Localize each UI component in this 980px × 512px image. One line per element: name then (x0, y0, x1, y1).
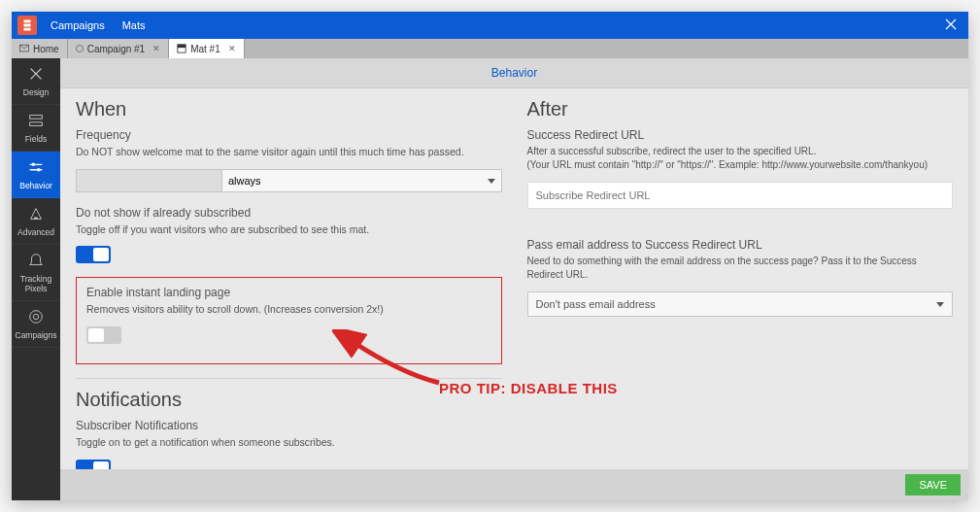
dot-icon (76, 45, 84, 52)
subscribed-toggle[interactable] (76, 246, 111, 263)
sidebar: Design Fields Behavior Advanced Tracking… (12, 58, 60, 500)
sidebar-item-label: Campaigns (16, 330, 57, 340)
notifications-title: Notifications (76, 389, 502, 411)
window-close-button[interactable] (939, 18, 963, 32)
mail-icon (19, 44, 29, 53)
campaigns-icon (27, 308, 45, 327)
behavior-icon (27, 158, 45, 178)
save-bar: SAVE (60, 469, 968, 500)
redirect-label: Success Redirect URL (527, 128, 954, 142)
tab-label: Home (33, 44, 59, 54)
notif-sub-label: Subscriber Notifications (76, 419, 502, 432)
sidebar-item-behavior[interactable]: Behavior (12, 152, 60, 198)
instant-landing-box: Enable instant landing page Removes visi… (76, 277, 502, 364)
pass-email-value: Don't pass email address (536, 298, 656, 310)
tab-home[interactable]: Home (12, 39, 68, 58)
instant-help: Removes visitors ability to scroll down.… (86, 302, 491, 317)
pass-help: Need to do something with the email addr… (527, 255, 954, 282)
pass-email-select[interactable]: Don't pass email address (527, 291, 954, 317)
tab-label: Campaign #1 (87, 44, 145, 54)
after-title: After (527, 98, 954, 120)
frequency-prefix[interactable] (76, 169, 221, 192)
sidebar-item-label: Fields (25, 134, 48, 144)
instant-label: Enable instant landing page (86, 286, 491, 299)
svg-rect-3 (30, 116, 43, 119)
svg-point-9 (33, 314, 38, 319)
redirect-help: After a successful subscribe, redirect t… (527, 145, 954, 172)
menu-mats[interactable]: Mats (122, 19, 146, 31)
tab-strip: Home Campaign #1 ✕ Mat #1 ✕ (12, 39, 968, 58)
when-title: When (76, 98, 502, 120)
app-logo (17, 16, 37, 35)
pass-label: Pass email address to Success Redirect U… (527, 238, 954, 252)
sidebar-item-campaigns[interactable]: Campaigns (12, 301, 60, 348)
tracking-icon (27, 252, 45, 271)
sidebar-item-design[interactable]: Design (12, 58, 60, 105)
subscribed-help: Toggle off if you want visitors who are … (76, 222, 502, 237)
svg-point-8 (30, 311, 43, 324)
sidebar-item-label: Tracking Pixels (12, 274, 60, 293)
svg-rect-7 (34, 218, 38, 220)
sidebar-item-label: Advanced (17, 227, 54, 237)
svg-rect-2 (178, 45, 186, 48)
sidebar-item-fields[interactable]: Fields (12, 105, 60, 152)
svg-point-5 (32, 163, 36, 167)
sidebar-item-label: Design (23, 87, 49, 97)
subscribed-label: Do not show if already subscribed (76, 206, 502, 220)
fields-icon (27, 112, 45, 131)
tab-mat[interactable]: Mat #1 ✕ (169, 39, 245, 58)
page-title: Behavior (60, 58, 968, 88)
menu-campaigns[interactable]: Campaigns (51, 19, 105, 31)
sidebar-item-label: Behavior (19, 181, 52, 190)
redirect-url-input[interactable] (527, 182, 954, 209)
sidebar-item-tracking[interactable]: Tracking Pixels (12, 245, 60, 301)
frequency-help: Do NOT show welcome mat to the same visi… (76, 145, 502, 159)
annotation-text: PRO TIP: DISABLE THIS (439, 380, 618, 396)
close-icon[interactable]: ✕ (152, 44, 160, 53)
title-bar: Campaigns Mats (12, 12, 968, 39)
frequency-label: Frequency (76, 128, 502, 142)
frequency-value: always (228, 175, 261, 187)
tab-campaign[interactable]: Campaign #1 ✕ (68, 39, 169, 58)
tab-label: Mat #1 (190, 44, 220, 54)
svg-point-6 (37, 168, 41, 172)
after-column: After Success Redirect URL After a succe… (527, 98, 954, 477)
frequency-select[interactable]: always (221, 169, 502, 192)
when-column: When Frequency Do NOT show welcome mat t… (76, 98, 502, 477)
notif-sub-help: Toggle on to get a notification when som… (76, 435, 502, 450)
advanced-icon (27, 205, 45, 224)
svg-rect-4 (30, 122, 43, 126)
design-icon (27, 65, 45, 85)
sidebar-item-advanced[interactable]: Advanced (12, 198, 60, 245)
close-icon[interactable]: ✕ (228, 44, 236, 53)
save-button[interactable]: SAVE (905, 474, 961, 495)
instant-toggle[interactable] (86, 326, 121, 344)
mat-icon (177, 44, 186, 53)
